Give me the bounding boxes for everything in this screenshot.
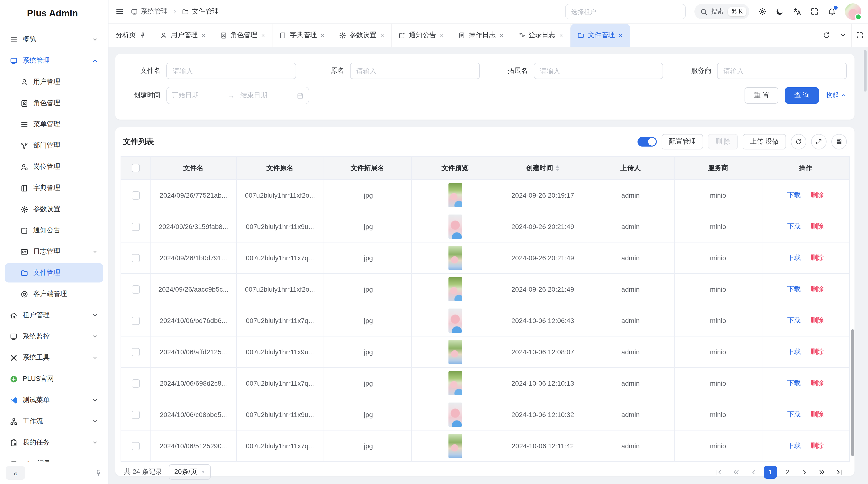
sidebar-collapse-button[interactable]: « xyxy=(6,466,25,480)
delete-link[interactable]: 删除 xyxy=(810,379,824,387)
tab-close-icon[interactable]: × xyxy=(320,32,325,39)
sidebar-item[interactable]: 客户端管理 xyxy=(5,284,103,304)
download-link[interactable]: 下载 xyxy=(787,410,801,418)
table-columns-button[interactable] xyxy=(831,134,847,150)
tab[interactable]: 参数设置 × xyxy=(332,24,392,47)
tenant-select-input[interactable] xyxy=(565,4,685,19)
sidebar-item[interactable]: 日志管理 xyxy=(5,242,103,261)
delete-link[interactable]: 删除 xyxy=(810,254,824,261)
sidebar-item[interactable]: 系统工具 xyxy=(5,348,103,367)
tab-close-icon[interactable]: × xyxy=(201,32,206,39)
collapse-filter-link[interactable]: 收起 xyxy=(826,91,847,100)
tab-close-icon[interactable]: × xyxy=(439,32,444,39)
delete-link[interactable]: 删除 xyxy=(810,442,824,449)
sidebar-item[interactable]: 系统监控 xyxy=(5,327,103,346)
page-number-1[interactable]: 1 xyxy=(764,465,777,479)
upload-button[interactable]: 上传 没做 xyxy=(743,134,786,150)
file-preview-image[interactable] xyxy=(448,246,462,270)
delete-link[interactable]: 删除 xyxy=(810,348,824,355)
delete-link[interactable]: 删除 xyxy=(810,222,824,230)
tab[interactable]: 通知公告 × xyxy=(392,24,452,47)
file-preview-image[interactable] xyxy=(448,402,462,427)
breadcrumb-current[interactable]: 文件管理 xyxy=(182,7,219,16)
next-page-button[interactable] xyxy=(798,465,811,479)
download-link[interactable]: 下载 xyxy=(787,442,801,449)
sidebar-item[interactable]: 租户管理 xyxy=(5,305,103,325)
dark-mode-button[interactable] xyxy=(775,7,784,16)
delete-link[interactable]: 删除 xyxy=(810,191,824,199)
tab-close-icon[interactable]: × xyxy=(261,32,265,39)
tab-pin-icon[interactable] xyxy=(140,32,146,39)
sidebar-item[interactable]: gitee记录 xyxy=(5,454,103,462)
file-preview-image[interactable] xyxy=(448,183,462,207)
global-search[interactable]: 搜索 ⌘ K xyxy=(694,4,749,19)
tab[interactable]: 操作日志 × xyxy=(452,24,511,47)
file-preview-image[interactable] xyxy=(448,340,462,364)
sidebar-item[interactable]: 概览 xyxy=(5,30,103,49)
prev-page-button[interactable] xyxy=(746,465,760,479)
row-checkbox[interactable] xyxy=(131,223,140,231)
page-scrollbar-thumb[interactable] xyxy=(864,50,867,92)
query-button[interactable]: 查 询 xyxy=(785,87,819,104)
column-header[interactable]: 创建时间 xyxy=(499,156,587,180)
row-checkbox[interactable] xyxy=(131,254,140,262)
tab[interactable]: 用户管理 × xyxy=(153,24,213,47)
notifications-button[interactable] xyxy=(828,7,836,16)
tab-close-icon[interactable]: × xyxy=(380,32,384,39)
sidebar-pin-icon[interactable] xyxy=(94,469,102,477)
tab-close-icon[interactable]: × xyxy=(618,32,623,39)
date-range-input[interactable]: 开始日期 → 结束日期 xyxy=(166,87,309,104)
app-logo[interactable]: Plus Admin xyxy=(0,0,108,27)
select-all-checkbox[interactable] xyxy=(131,164,140,172)
table-refresh-button[interactable] xyxy=(791,134,806,150)
delete-link[interactable]: 删除 xyxy=(810,410,824,418)
sidebar-item[interactable]: 菜单管理 xyxy=(5,115,103,134)
settings-button[interactable] xyxy=(758,7,767,16)
tab-close-icon[interactable]: × xyxy=(499,32,504,39)
file-preview-image[interactable] xyxy=(448,309,462,333)
row-checkbox[interactable] xyxy=(131,317,140,325)
tab[interactable]: 字典管理 × xyxy=(273,24,332,47)
file-preview-image[interactable] xyxy=(448,371,462,395)
table-scrollbar-thumb[interactable] xyxy=(851,329,854,456)
download-link[interactable]: 下载 xyxy=(787,379,801,387)
tab[interactable]: 文件管理 × xyxy=(570,24,630,47)
sidebar-item[interactable]: 我的任务 xyxy=(5,433,103,452)
tab[interactable]: 角色管理 × xyxy=(213,24,273,47)
toolbar-toggle[interactable] xyxy=(638,137,657,147)
language-button[interactable] xyxy=(793,7,802,16)
row-checkbox[interactable] xyxy=(131,191,140,200)
download-link[interactable]: 下载 xyxy=(787,316,801,324)
sidebar-item[interactable]: PLUS官网 xyxy=(5,369,103,389)
file-preview-image[interactable] xyxy=(448,434,462,458)
menu-toggle-icon[interactable] xyxy=(115,7,124,16)
sidebar-item[interactable]: 角色管理 xyxy=(5,94,103,113)
sort-icon[interactable] xyxy=(556,165,559,171)
batch-delete-button[interactable]: 删 除 xyxy=(708,134,738,150)
filter-field-input[interactable] xyxy=(534,63,663,79)
sidebar-item[interactable]: 通知公告 xyxy=(5,221,103,240)
download-link[interactable]: 下载 xyxy=(787,191,801,199)
delete-link[interactable]: 删除 xyxy=(810,316,824,324)
sidebar-item[interactable]: 工作流 xyxy=(5,412,103,431)
page-size-select[interactable]: 20条/页 ▼ xyxy=(169,464,211,480)
last-page-button[interactable] xyxy=(832,465,846,479)
sidebar-item[interactable]: 测试菜单 xyxy=(5,390,103,410)
tabs-refresh-button[interactable] xyxy=(818,31,835,39)
download-link[interactable]: 下载 xyxy=(787,348,801,355)
filter-field-input[interactable] xyxy=(350,63,480,79)
row-checkbox[interactable] xyxy=(131,411,140,419)
tab-close-icon[interactable]: × xyxy=(559,32,563,39)
page-number-2[interactable]: 2 xyxy=(781,465,794,479)
file-preview-image[interactable] xyxy=(448,277,462,301)
prev-group-button[interactable] xyxy=(729,465,743,479)
first-page-button[interactable] xyxy=(712,465,725,479)
row-checkbox[interactable] xyxy=(131,285,140,294)
avatar[interactable] xyxy=(845,3,861,20)
breadcrumb-parent[interactable]: 系统管理 xyxy=(131,7,168,16)
sidebar-item[interactable]: 系统管理 xyxy=(5,51,103,70)
fullscreen-button[interactable] xyxy=(810,7,819,16)
sidebar-item[interactable]: 参数设置 xyxy=(5,200,103,219)
filter-field-input[interactable] xyxy=(717,63,847,79)
sidebar-item[interactable]: 文件管理 xyxy=(5,263,103,283)
